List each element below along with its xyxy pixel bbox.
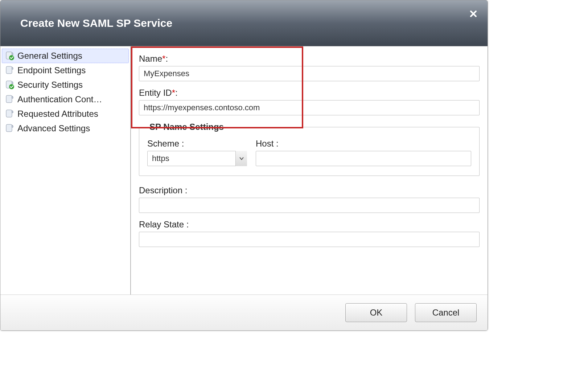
ok-button[interactable]: OK <box>345 303 407 322</box>
scroll-check-icon <box>5 51 15 61</box>
scroll-icon <box>5 95 15 104</box>
relay-state-field-block: Relay State : <box>139 219 480 247</box>
sp-name-settings-group: SP Name Settings Scheme : <box>139 122 480 176</box>
sidebar-item-security-settings[interactable]: Security Settings <box>2 78 129 92</box>
host-label: Host : <box>256 139 471 149</box>
dialog-title: Create New SAML SP Service <box>20 17 172 29</box>
relay-state-input[interactable] <box>139 232 480 247</box>
scroll-check-icon <box>5 80 15 90</box>
dialog-footer: OK Cancel <box>0 295 488 330</box>
description-input[interactable] <box>139 198 480 213</box>
sidebar-item-label: Requested Attributes <box>17 109 98 119</box>
relay-state-label: Relay State : <box>139 219 480 230</box>
sidebar-item-label: Authentication Cont… <box>17 94 102 104</box>
name-field-block: Name*: <box>139 54 480 81</box>
entity-id-field-block: Entity ID*: <box>139 88 480 115</box>
description-field-block: Description : <box>139 185 480 213</box>
svg-rect-5 <box>6 95 12 103</box>
scroll-icon <box>5 109 15 119</box>
svg-rect-6 <box>6 110 12 117</box>
sidebar-item-requested-attributes[interactable]: Requested Attributes <box>2 107 129 121</box>
sidebar-item-endpoint-settings[interactable]: Endpoint Settings <box>2 63 129 78</box>
name-label: Name*: <box>139 54 480 64</box>
description-label: Description : <box>139 185 480 196</box>
scheme-dropdown-button[interactable] <box>235 151 247 166</box>
scroll-icon <box>5 66 15 75</box>
content-panel: Name*: Entity ID*: SP Name Settings Sche… <box>131 46 488 295</box>
dialog-body: General Settings Endpoint Settings <box>0 46 488 295</box>
scheme-select[interactable] <box>147 151 247 166</box>
cancel-button[interactable]: Cancel <box>415 303 477 322</box>
dialog-window: Create New SAML SP Service General Sett <box>0 0 488 331</box>
sidebar-item-label: General Settings <box>17 51 82 61</box>
svg-rect-7 <box>6 124 12 132</box>
entity-id-input[interactable] <box>139 100 480 115</box>
required-marker: * <box>162 54 165 63</box>
scheme-label: Scheme : <box>147 139 247 149</box>
chevron-down-icon <box>239 156 244 161</box>
sidebar-item-label: Endpoint Settings <box>17 65 86 75</box>
sidebar-item-label: Security Settings <box>17 80 83 90</box>
entity-id-label: Entity ID*: <box>139 88 480 98</box>
scheme-select-value[interactable] <box>147 151 247 166</box>
name-input[interactable] <box>139 66 480 81</box>
sidebar-item-authentication-context[interactable]: Authentication Cont… <box>2 92 129 107</box>
required-marker: * <box>172 88 175 98</box>
dialog-titlebar: Create New SAML SP Service <box>0 0 488 46</box>
sidebar-item-general-settings[interactable]: General Settings <box>2 49 129 63</box>
svg-rect-2 <box>6 66 12 74</box>
sp-name-settings-legend: SP Name Settings <box>147 122 226 132</box>
host-input[interactable] <box>256 151 471 166</box>
sidebar: General Settings Endpoint Settings <box>0 46 131 295</box>
close-button[interactable] <box>468 8 479 19</box>
sidebar-item-advanced-settings[interactable]: Advanced Settings <box>2 121 129 136</box>
close-icon <box>469 10 477 18</box>
scroll-icon <box>5 124 15 133</box>
sidebar-item-label: Advanced Settings <box>17 123 90 133</box>
